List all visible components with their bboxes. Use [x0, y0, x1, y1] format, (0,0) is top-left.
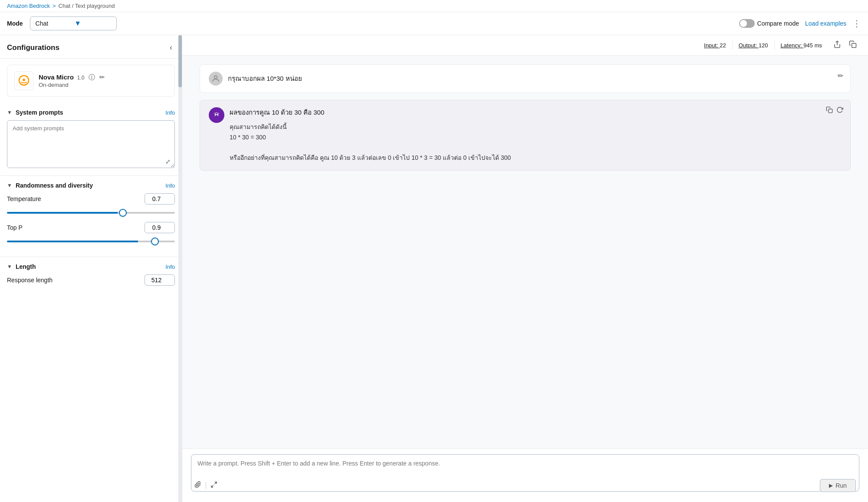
more-options-icon[interactable]: ⋮	[852, 18, 861, 29]
copy-ai-message-button[interactable]	[826, 106, 833, 115]
copy-icon-button[interactable]	[846, 40, 859, 51]
model-version: 1.0	[77, 75, 85, 81]
ai-message-bubble: ผลของการคูณ 10 ด้วย 30 คือ 300 คุณสามารถ…	[200, 100, 851, 171]
latency-stat: Latency: 945 ms	[775, 40, 828, 50]
mode-select-text: Chat	[36, 20, 49, 27]
ai-message-actions	[826, 106, 843, 115]
temperature-slider[interactable]	[7, 212, 175, 214]
system-prompts-title: System prompts	[16, 109, 63, 116]
model-name: Nova Micro	[39, 73, 74, 81]
breadcrumb-current: Chat / Text playground	[59, 3, 115, 9]
edit-user-message-icon[interactable]: ✏	[838, 72, 843, 80]
svg-point-4	[214, 76, 217, 79]
system-prompt-textarea[interactable]	[7, 120, 175, 168]
section-collapse-icon[interactable]: ▼	[7, 109, 12, 116]
randomness-title-row: ▼ Randomness and diversity	[7, 182, 93, 189]
left-panel-header: Configurations ‹	[0, 35, 182, 59]
right-panel: Input: 22 Output: 120 Latency: 945 ms	[182, 35, 868, 502]
length-info-link[interactable]: Info	[165, 264, 175, 270]
attach-icon-button[interactable]	[194, 481, 201, 490]
model-edit-icon[interactable]: ✏	[99, 73, 105, 81]
chevron-down-icon: ▼	[74, 20, 81, 27]
input-bottom-row: ▶ Run	[191, 479, 859, 495]
compare-mode-toggle-container: Compare mode	[739, 19, 799, 28]
left-panel: Configurations ‹ Nova Micro 1.0 ⓘ ✏	[0, 35, 182, 502]
input-stat-label[interactable]: Input:	[704, 42, 720, 49]
breadcrumb-home[interactable]: Amazon Bedrock	[7, 3, 50, 9]
svg-line-10	[211, 485, 214, 487]
main-layout: Configurations ‹ Nova Micro 1.0 ⓘ ✏	[0, 35, 868, 502]
header-right: Compare mode Load examples ⋮	[739, 18, 861, 29]
mode-select[interactable]: Chat ▼	[30, 17, 117, 30]
randomness-title: Randomness and diversity	[16, 182, 93, 189]
compare-mode-toggle[interactable]	[739, 19, 755, 28]
randomness-section: ▼ Randomness and diversity Info Temperat…	[0, 176, 182, 257]
refresh-ai-message-button[interactable]	[836, 106, 843, 115]
run-label: Run	[835, 482, 847, 489]
output-stat-label[interactable]: Output:	[739, 42, 759, 49]
ai-message-content: ผลของการคูณ 10 ด้วย 30 คือ 300 คุณสามารถ…	[230, 107, 842, 163]
temperature-param-row: Temperature	[7, 193, 175, 205]
model-logo-icon	[14, 71, 33, 90]
model-subtext: On-demand	[39, 82, 168, 88]
scrollbar-track[interactable]	[178, 35, 182, 502]
toggle-knob	[740, 20, 747, 27]
user-message-bubble: กรุณาบอกผล 10*30 หน่อย ✏	[200, 64, 851, 93]
randomness-collapse-icon[interactable]: ▼	[7, 182, 12, 188]
randomness-info-link[interactable]: Info	[165, 182, 175, 189]
header-bar: Mode Chat ▼ Compare mode Load examples ⋮	[0, 12, 868, 35]
top-p-label: Top P	[7, 224, 23, 231]
svg-line-9	[214, 482, 217, 484]
length-header: ▼ Length Info	[7, 263, 175, 270]
breadcrumb: Amazon Bedrock > Chat / Text playground	[0, 0, 868, 12]
latency-stat-label[interactable]: Latency:	[781, 42, 804, 49]
latency-stat-value: 945 ms	[803, 42, 822, 49]
share-icon-button[interactable]	[831, 40, 844, 51]
expand-input-icon-button[interactable]	[210, 481, 217, 490]
stats-bar: Input: 22 Output: 120 Latency: 945 ms	[182, 35, 868, 56]
user-avatar	[209, 72, 223, 86]
run-button[interactable]: ▶ Run	[820, 479, 856, 492]
scrollbar-thumb[interactable]	[178, 35, 182, 87]
system-prompts-header: ▼ System prompts Info	[7, 109, 175, 116]
load-examples-link[interactable]: Load examples	[805, 20, 846, 27]
output-stat: Output: 120	[733, 40, 775, 50]
system-prompt-textarea-container: ⤢	[7, 120, 175, 169]
temperature-label: Temperature	[7, 195, 41, 202]
input-divider	[206, 482, 206, 489]
svg-rect-3	[852, 43, 856, 48]
chat-area: กรุณาบอกผล 10*30 หน่อย ✏ ผลของการคูณ 10 …	[182, 56, 868, 449]
svg-point-1	[23, 79, 25, 81]
top-p-slider[interactable]	[7, 241, 175, 242]
top-p-slider-container: Top P	[7, 222, 175, 244]
system-prompts-title-row: ▼ System prompts	[7, 109, 63, 116]
length-section: ▼ Length Info Response length	[0, 257, 182, 295]
ai-avatar	[209, 107, 224, 123]
system-prompts-info-link[interactable]: Info	[165, 109, 175, 116]
response-length-row: Response length	[7, 274, 175, 286]
svg-point-5	[213, 111, 220, 119]
length-title-row: ▼ Length	[7, 263, 36, 270]
input-stat: Input: 22	[698, 40, 733, 50]
user-message-text: กรุณาบอกผล 10*30 หน่อย	[228, 72, 842, 84]
response-length-input[interactable]	[145, 274, 175, 286]
expand-textarea-icon[interactable]: ⤢	[165, 158, 171, 165]
input-icon-row	[194, 481, 217, 490]
output-stat-value: 120	[759, 42, 768, 49]
temperature-input[interactable]	[145, 193, 175, 205]
length-collapse-icon[interactable]: ▼	[7, 264, 12, 270]
randomness-header: ▼ Randomness and diversity Info	[7, 182, 175, 189]
top-p-input[interactable]	[145, 222, 175, 233]
collapse-panel-button[interactable]: ‹	[167, 42, 175, 53]
svg-point-6	[215, 114, 216, 115]
mode-label: Mode	[7, 20, 23, 27]
ai-secondary-text: คุณสามารถคิดได้ดังนี้ 10 * 30 = 300 หรือ…	[230, 122, 842, 163]
temperature-slider-container: Temperature	[7, 193, 175, 215]
top-p-param-row: Top P	[7, 222, 175, 233]
run-icon: ▶	[829, 482, 833, 489]
model-info: Nova Micro 1.0 ⓘ ✏ On-demand	[39, 73, 168, 88]
configurations-title: Configurations	[7, 43, 59, 52]
length-title: Length	[16, 263, 36, 270]
compare-mode-label: Compare mode	[757, 20, 799, 27]
model-info-icon[interactable]: ⓘ	[89, 73, 95, 81]
